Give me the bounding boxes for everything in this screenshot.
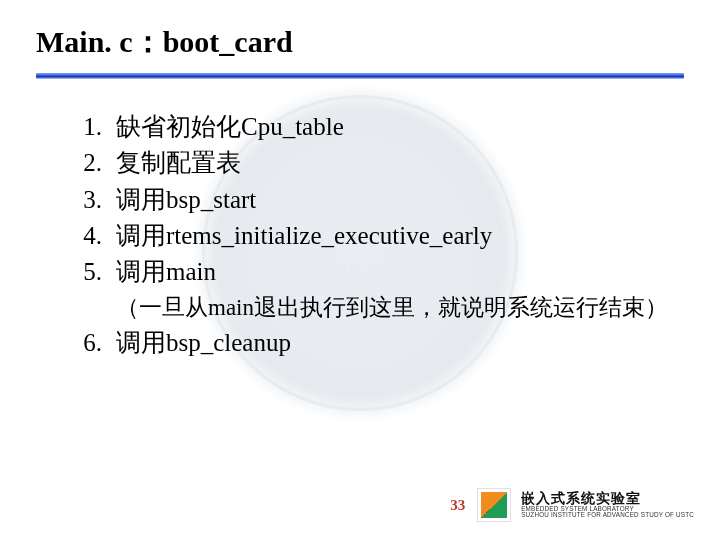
item-text: 调用bsp_start	[116, 186, 256, 213]
slide: Main. c：boot_card 1. 缺省初始化Cpu_table 2. 复…	[0, 0, 720, 540]
list-item: 5. 调用main	[76, 254, 684, 290]
item-text: 复制配置表	[116, 149, 241, 176]
list-item: 2. 复制配置表	[76, 145, 684, 181]
item-text: 缺省初始化Cpu_table	[116, 113, 344, 140]
slide-title: Main. c：boot_card	[36, 22, 684, 63]
item-text: 调用bsp_cleanup	[116, 329, 291, 356]
lab-label: 嵌入式系统实验室 EMBEDDED SYSTEM LABORATORY SUZH…	[521, 491, 694, 519]
item-number: 1.	[76, 109, 102, 145]
item-text: 调用main	[116, 258, 216, 285]
steps-list-cont: 6. 调用bsp_cleanup	[36, 325, 684, 361]
note-text: （一旦从main退出执行到这里，就说明系统运行结束）	[36, 292, 684, 323]
item-number: 4.	[76, 218, 102, 254]
item-number: 3.	[76, 182, 102, 218]
lab-logo-icon	[477, 488, 511, 522]
list-item: 3. 调用bsp_start	[76, 182, 684, 218]
list-item: 1. 缺省初始化Cpu_table	[76, 109, 684, 145]
steps-list: 1. 缺省初始化Cpu_table 2. 复制配置表 3. 调用bsp_star…	[36, 109, 684, 290]
item-number: 2.	[76, 145, 102, 181]
list-item: 6. 调用bsp_cleanup	[76, 325, 684, 361]
title-rule	[36, 73, 684, 79]
item-number: 5.	[76, 254, 102, 290]
item-number: 6.	[76, 325, 102, 361]
page-number: 33	[450, 497, 465, 514]
lab-name-en2: SUZHOU INSTITUTE FOR ADVANCED STUDY OF U…	[521, 512, 694, 519]
item-text: 调用rtems_initialize_executive_early	[116, 222, 492, 249]
lab-name-cn: 嵌入式系统实验室	[521, 491, 694, 506]
list-item: 4. 调用rtems_initialize_executive_early	[76, 218, 684, 254]
footer: 33 嵌入式系统实验室 EMBEDDED SYSTEM LABORATORY S…	[450, 488, 694, 522]
